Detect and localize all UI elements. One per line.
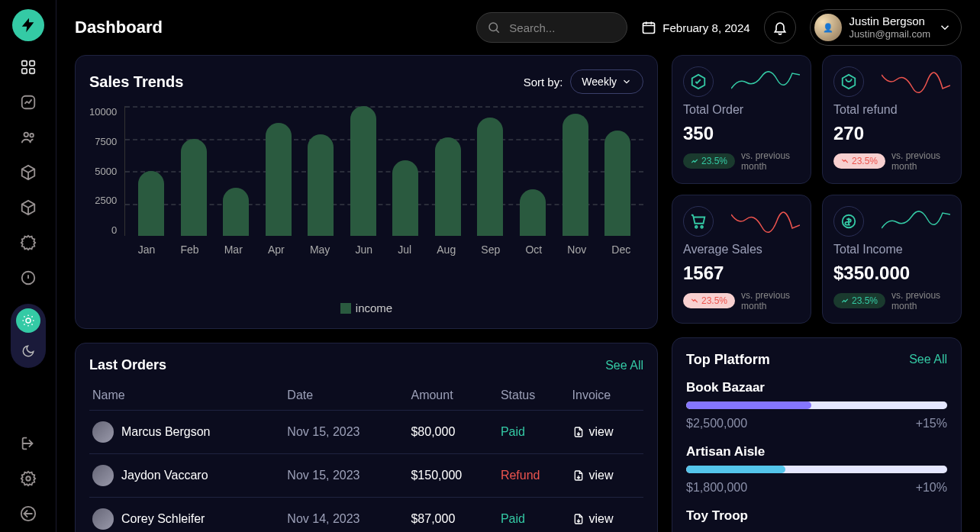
kpi-value: 350 xyxy=(683,123,800,144)
kpi-label: Average Sales xyxy=(683,243,800,256)
chart-bar[interactable] xyxy=(392,160,418,236)
chart-plot: JanFebMarAprMayJunJulAugSepOctNovDec xyxy=(124,106,643,236)
orders-see-all-link[interactable]: See All xyxy=(605,359,643,372)
chart-bar[interactable] xyxy=(520,189,546,236)
logo xyxy=(12,9,44,41)
sort-label: Sort by: xyxy=(524,76,563,89)
profile-email: Justin@gmail.com xyxy=(849,28,930,40)
nav-logout-icon[interactable] xyxy=(19,505,37,523)
chart-legend: income xyxy=(89,301,643,314)
table-row: Marcus Bergson Nov 15, 2023 $80,000 Paid… xyxy=(89,411,643,454)
theme-dark-button[interactable] xyxy=(16,339,40,363)
svg-rect-1 xyxy=(29,61,34,66)
svg-point-14 xyxy=(701,226,703,228)
nav-box-icon[interactable] xyxy=(19,163,37,182)
chart-bar[interactable] xyxy=(350,106,376,236)
svg-point-11 xyxy=(489,23,498,31)
kpi-badge: 23.5% xyxy=(833,293,885,308)
profile-name: Justin Bergson xyxy=(849,15,930,28)
nav-dashboard-icon[interactable] xyxy=(19,58,37,76)
chart-bar[interactable] xyxy=(563,114,588,236)
kpi-label: Total refund xyxy=(833,103,950,117)
order-name: Marcus Bergson xyxy=(121,425,211,439)
platform-amount: $2,500,000 xyxy=(686,417,747,430)
col-name: Name xyxy=(89,381,284,411)
platform-amount: $1,800,000 xyxy=(686,481,747,495)
kpi-card: Total refund 270 23.5%vs. previous month xyxy=(822,55,962,184)
svg-point-5 xyxy=(24,133,28,137)
order-amount: $150,000 xyxy=(408,454,497,498)
date-display[interactable]: February 8, 2024 xyxy=(641,20,750,35)
view-invoice-button[interactable]: view xyxy=(572,425,640,439)
chart-bar[interactable] xyxy=(181,139,207,237)
kpi-badge: 23.5% xyxy=(683,293,735,308)
order-date: Nov 15, 2023 xyxy=(284,454,408,498)
progress-bar xyxy=(686,401,947,409)
kpi-vs: vs. previous month xyxy=(741,290,800,312)
sales-trends-card: Sales Trends Sort by: Weekly 10000750050… xyxy=(75,55,658,329)
last-orders-card: Last Orders See All Name Date Amount Sta… xyxy=(75,343,658,532)
order-status: Paid xyxy=(498,411,569,454)
svg-point-9 xyxy=(26,476,31,481)
avatar xyxy=(92,465,114,486)
platform-item: Toy Troop xyxy=(686,508,947,524)
nav-settings-icon[interactable] xyxy=(19,469,37,488)
chart-bar[interactable] xyxy=(308,134,334,236)
svg-point-8 xyxy=(26,318,31,323)
sales-trends-title: Sales Trends xyxy=(89,73,183,91)
chevron-down-icon xyxy=(621,76,632,87)
chart-bar[interactable] xyxy=(138,171,164,236)
nav-info-icon[interactable] xyxy=(19,269,37,287)
view-invoice-button[interactable]: view xyxy=(572,469,640,482)
nav-users-icon[interactable] xyxy=(19,128,37,147)
kpi-card: Total Order 350 23.5%vs. previous month xyxy=(672,55,811,184)
platform-name: Book Bazaar xyxy=(686,380,947,395)
svg-point-6 xyxy=(30,134,34,137)
order-amount: $87,000 xyxy=(408,498,497,533)
svg-point-13 xyxy=(695,226,698,228)
kpi-vs: vs. previous month xyxy=(891,150,950,172)
nav-discount-icon[interactable] xyxy=(19,234,37,252)
nav-box2-icon[interactable] xyxy=(19,198,37,217)
search-icon xyxy=(487,21,501,34)
kpi-vs: vs. previous month xyxy=(891,290,950,312)
svg-rect-3 xyxy=(29,69,34,73)
kpi-card: Average Sales 1567 23.5%vs. previous mon… xyxy=(672,195,811,324)
chart-bar[interactable] xyxy=(477,118,503,236)
order-amount: $80,000 xyxy=(408,411,497,454)
chart-y-axis: 100007500500025000 xyxy=(89,106,124,236)
theme-light-button[interactable] xyxy=(16,308,40,333)
chart-bar[interactable] xyxy=(223,188,249,236)
col-amount: Amount xyxy=(408,381,497,411)
chart-x-axis: JanFebMarAprMayJunJulAugSepOctNovDec xyxy=(125,243,643,256)
chart-bar[interactable] xyxy=(604,131,630,236)
chart-bar[interactable] xyxy=(266,123,292,236)
col-date: Date xyxy=(284,381,408,411)
platform-item: Artisan Aisle $1,800,000+10% xyxy=(686,444,947,495)
notifications-button[interactable] xyxy=(764,11,796,44)
order-date: Nov 15, 2023 xyxy=(284,411,408,454)
progress-bar xyxy=(686,466,947,473)
document-icon xyxy=(572,469,585,482)
view-invoice-button[interactable]: view xyxy=(572,512,640,526)
col-invoice: Invoice xyxy=(569,381,643,411)
platform-see-all-link[interactable]: See All xyxy=(909,353,947,366)
order-name: Corey Schleifer xyxy=(121,512,205,526)
platform-item: Book Bazaar $2,500,000+15% xyxy=(686,380,947,430)
chart-bar[interactable] xyxy=(435,137,461,236)
nav-trend-icon[interactable] xyxy=(19,93,37,111)
topbar: Dashboard February 8, 2024 👤 Justin Berg… xyxy=(56,0,980,55)
kpi-card: Total Income $350.000 23.5%vs. previous … xyxy=(822,195,962,324)
cart-icon xyxy=(683,206,714,237)
page-title: Dashboard xyxy=(75,18,163,37)
theme-toggle xyxy=(11,304,46,368)
avatar xyxy=(92,508,114,530)
platform-name: Artisan Aisle xyxy=(686,444,947,459)
nav-arrow-right-icon[interactable] xyxy=(19,434,37,453)
profile-menu[interactable]: 👤 Justin Bergson Justin@gmail.com xyxy=(810,9,962,46)
document-icon xyxy=(572,513,585,525)
kpi-vs: vs. previous month xyxy=(741,150,800,172)
sort-select[interactable]: Weekly xyxy=(570,69,643,94)
order-date: Nov 14, 2023 xyxy=(284,498,408,533)
top-platform-card: Top Platform See All Book Bazaar $2,500,… xyxy=(672,337,962,532)
